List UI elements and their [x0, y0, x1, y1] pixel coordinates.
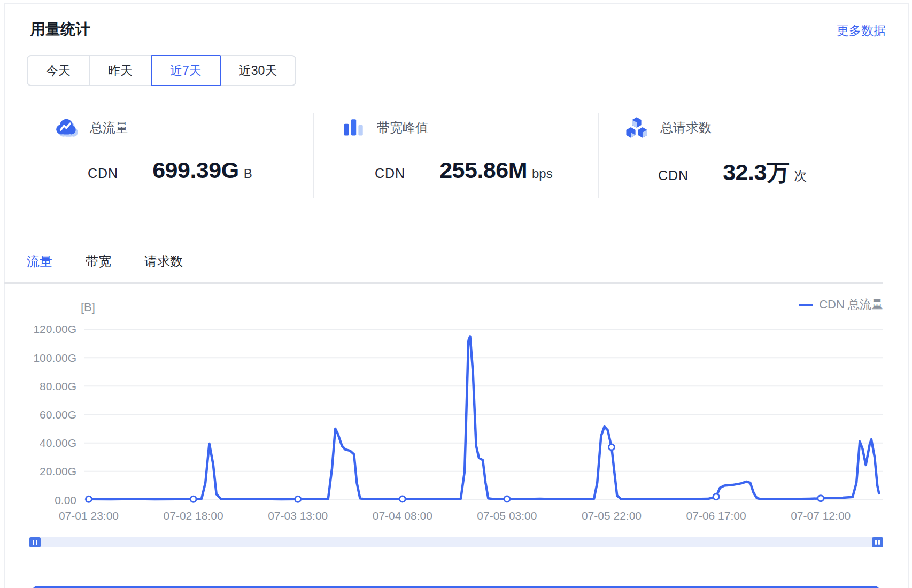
pause-icon — [33, 540, 34, 545]
stat-unit: bps — [532, 166, 553, 181]
pause-icon — [875, 540, 877, 545]
stat-value: 255.86M — [439, 157, 527, 183]
y-axis-tick-label: 20.00G — [40, 465, 76, 477]
stat-value-row: CDN32.3万次 — [658, 157, 807, 188]
bottom-blue-bar[interactable] — [32, 586, 880, 588]
stat-value-row: CDN699.39GB — [88, 157, 252, 183]
range-tab-1[interactable]: 昨天 — [89, 55, 152, 86]
data-point-marker — [504, 496, 510, 502]
range-tab-2[interactable]: 近7天 — [151, 55, 221, 86]
y-axis-tick-label: 80.00G — [40, 380, 76, 392]
stat-card-header: 带宽峰值 — [341, 117, 553, 139]
datazoom-slider-track[interactable] — [29, 537, 883, 547]
datazoom-right-handle[interactable] — [872, 537, 883, 547]
x-axis-tick-label: 07-02 18:00 — [164, 509, 223, 522]
x-axis-tick-label: 07-01 23:00 — [59, 509, 119, 522]
pause-icon — [878, 540, 880, 545]
stat-value: 32.3万 — [723, 157, 789, 188]
data-point-marker — [190, 496, 196, 502]
data-point-marker — [295, 496, 301, 502]
x-axis-tick-label: 07-05 22:00 — [582, 509, 642, 522]
date-range-tabs: 今天昨天近7天近30天 — [27, 55, 296, 86]
cloud-traffic-icon — [53, 117, 79, 139]
requests-cubes-icon — [624, 117, 650, 139]
stat-divider — [598, 113, 599, 198]
chart-tab-2[interactable]: 请求数 — [144, 253, 183, 284]
data-point-marker — [86, 496, 92, 502]
data-point-marker — [399, 496, 405, 502]
traffic-line-chart: 0.0020.00G40.00G60.00G80.00G100.00G120.0… — [0, 289, 912, 530]
x-axis-tick-label: 07-03 13:00 — [268, 509, 328, 522]
y-axis-tick-label: 100.00G — [33, 352, 76, 364]
stat-card-0: 总流量CDN699.39GB — [53, 117, 252, 183]
stat-label: 带宽峰值 — [377, 119, 428, 136]
y-axis-tick-label: 120.00G — [33, 323, 76, 335]
stat-card-2: 总请求数CDN32.3万次 — [624, 117, 807, 188]
chart-metric-tabs: 流量带宽请求数 — [27, 253, 216, 284]
page-title: 用量统计 — [30, 19, 90, 40]
x-axis-tick-label: 07-07 12:00 — [791, 509, 851, 522]
stat-card-1: 带宽峰值CDN255.86Mbps — [341, 117, 553, 183]
stat-label: 总流量 — [90, 119, 128, 136]
chart-tab-1[interactable]: 带宽 — [86, 253, 111, 284]
data-point-marker — [609, 444, 615, 450]
stat-card-header: 总请求数 — [624, 117, 807, 139]
tabs-divider-rule — [4, 282, 883, 284]
more-data-link[interactable]: 更多数据 — [837, 22, 886, 39]
x-axis-tick-label: 07-05 03:00 — [477, 509, 537, 522]
stat-divider — [313, 113, 314, 198]
stat-product-name: CDN — [375, 166, 405, 181]
range-tab-0[interactable]: 今天 — [27, 55, 90, 86]
stat-product-name: CDN — [658, 168, 689, 183]
stat-card-header: 总流量 — [53, 117, 252, 139]
data-point-marker — [713, 494, 719, 500]
stat-product-name: CDN — [88, 166, 118, 181]
x-axis-tick-label: 07-06 17:00 — [686, 509, 746, 522]
stat-value-row: CDN255.86Mbps — [375, 157, 553, 183]
stat-unit: 次 — [794, 167, 807, 184]
stat-value: 699.39G — [152, 157, 238, 183]
y-axis-tick-label: 40.00G — [40, 437, 76, 449]
datazoom-left-handle[interactable] — [29, 537, 41, 547]
y-axis-tick-label: 60.00G — [40, 408, 76, 421]
chart-tab-0[interactable]: 流量 — [27, 253, 52, 284]
y-axis-tick-label: 0.00 — [55, 494, 76, 506]
data-point-marker — [818, 496, 824, 501]
traffic-line-series — [89, 336, 879, 499]
x-axis-tick-label: 07-04 08:00 — [373, 509, 432, 522]
stat-label: 总请求数 — [660, 119, 712, 136]
pause-icon — [36, 540, 37, 545]
stat-unit: B — [244, 166, 252, 181]
bandwidth-bars-icon — [341, 117, 366, 139]
range-tab-3[interactable]: 近30天 — [220, 55, 297, 86]
